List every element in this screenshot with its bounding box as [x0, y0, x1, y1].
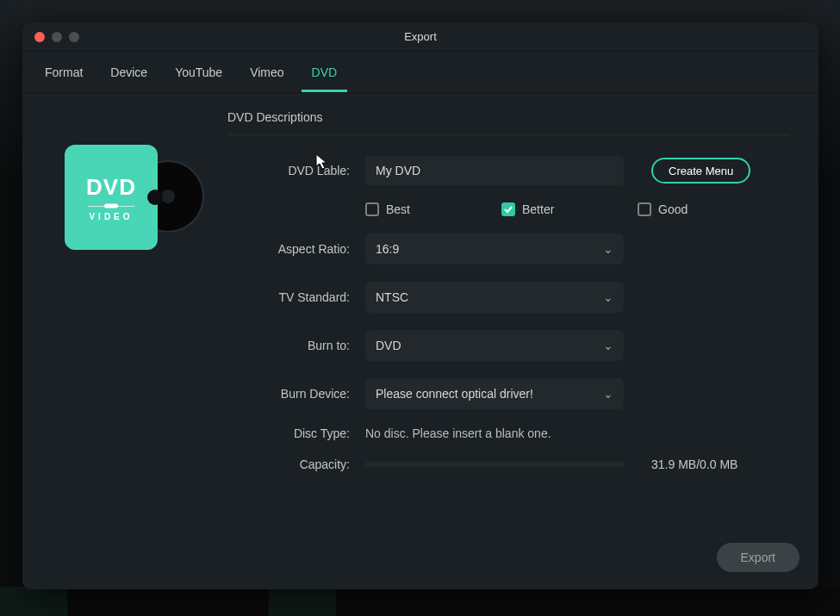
row-aspect-ratio: Aspect Ratio: 16:9 ⌄: [227, 233, 789, 264]
dvd-case-divider: [88, 206, 134, 207]
section-title: DVD Descriptions: [227, 110, 789, 135]
window-body: DVD VIDEO DVD Descriptions DVD Lable: Cr…: [22, 93, 818, 589]
quality-best-label: Best: [386, 202, 410, 216]
disc-type-value: No disc. Please insert a blank one.: [365, 426, 551, 440]
window-title: Export: [22, 30, 818, 43]
create-menu-button[interactable]: Create Menu: [651, 158, 750, 184]
minimize-icon[interactable]: [52, 32, 62, 42]
row-dvd-label: DVD Lable: Create Menu: [227, 156, 789, 185]
chevron-down-icon: ⌄: [603, 242, 613, 256]
dvd-label-input[interactable]: [365, 156, 624, 185]
chevron-down-icon: ⌄: [603, 290, 613, 304]
chevron-down-icon: ⌄: [603, 387, 613, 401]
dvd-graphic: DVD VIDEO: [65, 145, 185, 250]
burn-to-select[interactable]: DVD ⌄: [365, 330, 624, 361]
label-burn-to: Burn to:: [227, 339, 365, 352]
tv-standard-select[interactable]: NTSC ⌄: [365, 282, 624, 313]
dvd-case-icon: DVD VIDEO: [65, 145, 158, 250]
maximize-icon[interactable]: [69, 32, 79, 42]
quality-best-checkbox[interactable]: Best: [365, 202, 501, 216]
window-controls: [34, 32, 79, 42]
checkbox-icon: [638, 202, 651, 216]
app-backdrop: Export Format Device YouTube Vimeo DVD D…: [0, 0, 840, 616]
close-icon[interactable]: [34, 32, 45, 42]
main-panel: DVD Descriptions DVD Lable: Create Menu: [227, 93, 818, 589]
label-aspect-ratio: Aspect Ratio:: [227, 242, 365, 256]
capacity-text: 31.9 MB/0.0 MB: [651, 457, 737, 471]
export-window: Export Format Device YouTube Vimeo DVD D…: [22, 22, 818, 589]
capacity-progress: [365, 462, 624, 467]
timeline-backdrop: [0, 587, 840, 616]
tab-vimeo[interactable]: Vimeo: [240, 59, 294, 92]
tab-device[interactable]: Device: [100, 59, 158, 92]
checkbox-icon: [501, 202, 515, 216]
row-tv-standard: TV Standard: NTSC ⌄: [227, 282, 789, 313]
dvd-case-big-text: DVD: [86, 174, 136, 201]
aspect-ratio-value: 16:9: [376, 242, 399, 256]
tab-bar: Format Device YouTube Vimeo DVD: [22, 52, 818, 93]
titlebar: Export: [22, 22, 818, 52]
label-capacity: Capacity:: [227, 457, 365, 471]
row-disc-type: Disc Type: No disc. Please insert a blan…: [227, 426, 789, 440]
row-capacity: Capacity: 31.9 MB/0.0 MB: [227, 457, 789, 471]
burn-device-select[interactable]: Please connect optical driver! ⌄: [365, 378, 624, 409]
quality-better-checkbox[interactable]: Better: [501, 202, 638, 216]
label-burn-device: Burn Device:: [227, 387, 365, 401]
footer: Export: [717, 543, 800, 572]
export-button[interactable]: Export: [717, 543, 800, 572]
side-panel: DVD VIDEO: [22, 93, 227, 589]
dvd-case-small-text: VIDEO: [89, 212, 133, 221]
label-dvd-label: DVD Lable:: [227, 164, 365, 177]
quality-good-checkbox[interactable]: Good: [638, 202, 774, 216]
burn-to-value: DVD: [376, 339, 401, 352]
chevron-down-icon: ⌄: [603, 339, 613, 352]
row-burn-device: Burn Device: Please connect optical driv…: [227, 378, 789, 409]
row-quality: Best Better Good: [227, 202, 789, 216]
checkbox-icon: [365, 202, 379, 216]
quality-better-label: Better: [522, 202, 554, 216]
quality-good-label: Good: [658, 202, 688, 216]
aspect-ratio-select[interactable]: 16:9 ⌄: [365, 233, 624, 264]
row-burn-to: Burn to: DVD ⌄: [227, 330, 789, 361]
tab-format[interactable]: Format: [34, 59, 93, 92]
label-disc-type: Disc Type:: [227, 426, 365, 440]
burn-device-value: Please connect optical driver!: [376, 387, 533, 401]
tv-standard-value: NTSC: [376, 290, 408, 304]
tab-youtube[interactable]: YouTube: [165, 59, 233, 92]
label-tv-standard: TV Standard:: [227, 290, 365, 304]
tab-dvd[interactable]: DVD: [302, 59, 348, 92]
